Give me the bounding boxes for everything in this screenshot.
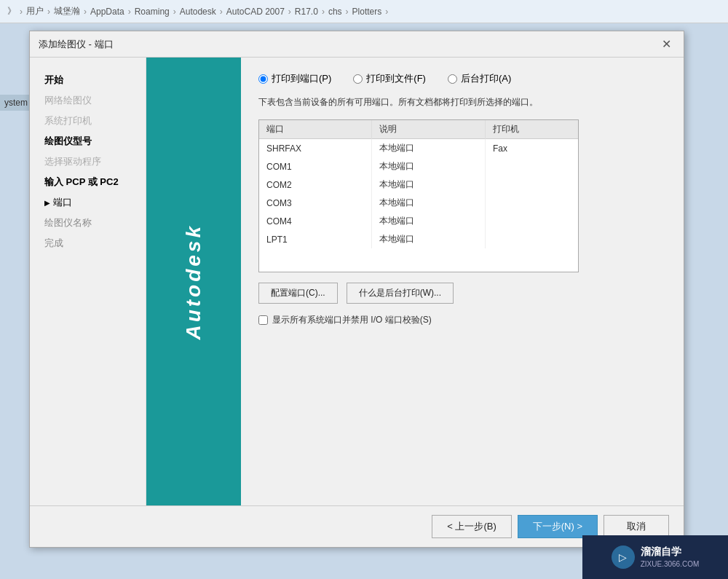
cell-port: SHRFAX xyxy=(259,139,372,158)
background-print-button[interactable]: 什么是后台打印(W)... xyxy=(347,283,454,304)
port-table-container[interactable]: 端口 说明 打印机 SHRFAX本地端口FaxCOM1本地端口COM2本地端口C… xyxy=(258,119,579,272)
watermark-icon: ▷ xyxy=(612,545,635,569)
nav-item-start[interactable]: 开始 xyxy=(41,72,134,88)
cell-port: COM2 xyxy=(259,176,372,194)
col-header-port: 端口 xyxy=(259,120,372,139)
cell-port: LPT1 xyxy=(259,230,372,248)
prev-button[interactable]: < 上一步(B) xyxy=(432,515,512,538)
checkbox-label: 显示所有系统端口并禁用 I/O 端口校验(S) xyxy=(272,314,432,326)
col-header-printer: 打印机 xyxy=(485,120,578,139)
breadcrumb-plotters: Plotters xyxy=(352,7,382,17)
watermark-site-url: ZIXUE.3066.COM xyxy=(641,559,700,570)
breadcrumb-autodesk: Autodesk xyxy=(180,7,216,17)
cell-desc: 本地端口 xyxy=(372,157,486,176)
autodesk-logo-text: Autodesk xyxy=(182,224,205,340)
nav-item-port[interactable]: 端口 xyxy=(41,194,134,210)
close-button[interactable]: ✕ xyxy=(657,36,675,53)
breadcrumb-chs: chs xyxy=(328,7,342,17)
watermark-text: 溜溜自学 ZIXUE.3066.COM xyxy=(641,545,700,570)
dialog-body: 开始 网络绘图仪 系统打印机 绘图仪型号 选择驱动程序 输入 PCP 或 PC2… xyxy=(30,58,684,505)
nav-item-plotter-model[interactable]: 绘图仪型号 xyxy=(41,133,134,149)
dialog-add-plotter: 添加绘图仪 - 端口 ✕ 开始 网络绘图仪 系统打印机 绘图仪型号 选择驱动程序… xyxy=(29,31,684,548)
watermark: ▷ 溜溜自学 ZIXUE.3066.COM xyxy=(582,535,728,579)
configure-port-button[interactable]: 配置端口(C)... xyxy=(258,283,338,304)
breadcrumb-user: 用户 xyxy=(26,5,44,17)
dialog-title: 添加绘图仪 - 端口 xyxy=(39,38,114,51)
cell-printer xyxy=(485,176,578,194)
cell-printer xyxy=(485,194,578,212)
cell-desc: 本地端口 xyxy=(372,139,486,158)
nav-item-system-printer: 系统打印机 xyxy=(41,113,134,129)
description-text: 下表包含当前设备的所有可用端口。所有文档都将打印到所选择的端口。 xyxy=(258,95,564,109)
breadcrumb-r170: R17.0 xyxy=(295,7,318,17)
nav-item-plotter-name[interactable]: 绘图仪名称 xyxy=(41,215,134,231)
nav-item-input-pcp[interactable]: 输入 PCP 或 PC2 xyxy=(41,174,134,190)
cell-desc: 本地端口 xyxy=(372,176,486,194)
breadcrumb-roaming: Roaming xyxy=(135,7,170,17)
table-row[interactable]: SHRFAX本地端口Fax xyxy=(259,139,578,158)
radio-print-to-file[interactable]: 打印到文件(F) xyxy=(353,72,426,85)
watermark-site-name: 溜溜自学 xyxy=(641,545,700,559)
breadcrumb-appdata: AppData xyxy=(90,7,124,17)
table-row[interactable]: COM4本地端口 xyxy=(259,212,578,230)
dialog-nav: 开始 网络绘图仪 系统打印机 绘图仪型号 选择驱动程序 输入 PCP 或 PC2… xyxy=(30,58,146,505)
port-table: 端口 说明 打印机 SHRFAX本地端口FaxCOM1本地端口COM2本地端口C… xyxy=(259,120,578,248)
nav-item-finish[interactable]: 完成 xyxy=(41,235,134,251)
cell-printer xyxy=(485,230,578,248)
show-all-ports-checkbox[interactable] xyxy=(258,315,268,325)
breadcrumb-arrow: 》 xyxy=(7,5,16,17)
cell-port: COM3 xyxy=(259,194,372,212)
checkbox-row: 显示所有系统端口并禁用 I/O 端口校验(S) xyxy=(258,314,666,326)
col-header-desc: 说明 xyxy=(372,120,486,139)
cell-desc: 本地端口 xyxy=(372,212,486,230)
breadcrumb-hostname: 城堡瀚 xyxy=(54,5,80,17)
breadcrumb: 》 › 用户 › 城堡瀚 › AppData › Roaming › Autod… xyxy=(0,0,728,23)
cell-desc: 本地端口 xyxy=(372,194,486,212)
cell-port: COM1 xyxy=(259,157,372,176)
action-buttons-row: 配置端口(C)... 什么是后台打印(W)... xyxy=(258,283,666,304)
breadcrumb-autocad: AutoCAD 2007 xyxy=(226,7,285,17)
dialog-content: 打印到端口(P) 打印到文件(F) 后台打印(A) 下表包含当前设备的所有可用端… xyxy=(241,58,684,505)
table-row[interactable]: COM1本地端口 xyxy=(259,157,578,176)
dialog-titlebar: 添加绘图仪 - 端口 ✕ xyxy=(30,31,684,58)
table-row[interactable]: LPT1本地端口 xyxy=(259,230,578,248)
cell-printer: Fax xyxy=(485,139,578,158)
cell-printer xyxy=(485,212,578,230)
table-row[interactable]: COM2本地端口 xyxy=(259,176,578,194)
cell-printer xyxy=(485,157,578,176)
cell-port: COM4 xyxy=(259,212,372,230)
system-label: ystem xyxy=(0,95,33,111)
radio-group-print-mode: 打印到端口(P) 打印到文件(F) 后台打印(A) xyxy=(258,72,666,85)
autodesk-banner: Autodesk xyxy=(146,58,241,505)
table-row[interactable]: COM3本地端口 xyxy=(259,194,578,212)
radio-background-print[interactable]: 后台打印(A) xyxy=(448,72,511,85)
cell-desc: 本地端口 xyxy=(372,230,486,248)
nav-item-select-driver: 选择驱动程序 xyxy=(41,154,134,170)
nav-item-network-plotter: 网络绘图仪 xyxy=(41,92,134,109)
radio-print-to-port[interactable]: 打印到端口(P) xyxy=(258,72,331,85)
